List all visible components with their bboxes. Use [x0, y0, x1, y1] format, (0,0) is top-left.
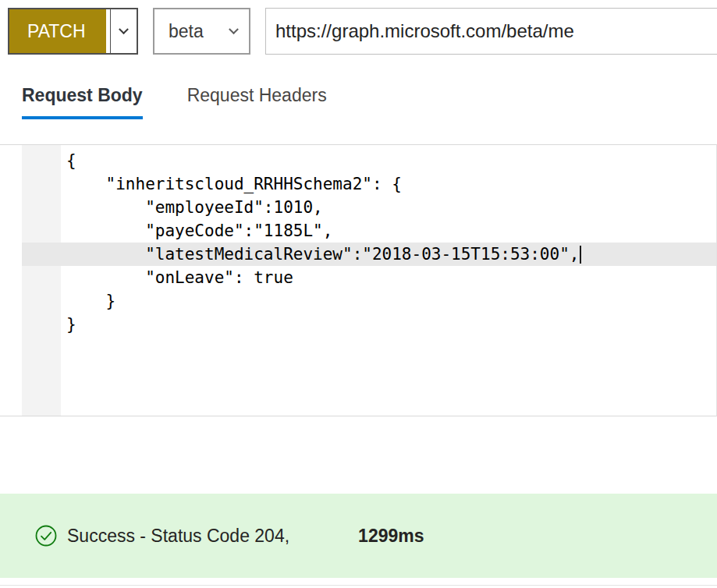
version-label: beta [169, 21, 204, 42]
bottom-divider [0, 585, 717, 586]
status-bar: Success - Status Code 204, 1299ms [0, 494, 717, 578]
code-line[interactable]: { [22, 149, 716, 172]
success-check-icon [34, 524, 58, 547]
status-message: Success - Status Code 204, [67, 526, 289, 547]
tab-request-headers[interactable]: Request Headers [187, 85, 327, 119]
request-toolbar: PATCH beta [8, 8, 717, 55]
version-dropdown[interactable]: beta [153, 8, 250, 55]
code-line[interactable]: "employeeId":1010, [22, 196, 716, 219]
code-line[interactable]: "inheritscloud_RRHHSchema2": { [22, 172, 716, 196]
method-label: PATCH [9, 9, 106, 53]
chevron-down-icon [229, 24, 239, 34]
chevron-down-icon [111, 9, 137, 53]
text-cursor [580, 246, 581, 264]
code-line[interactable]: "payeCode":"1185L", [22, 219, 716, 243]
editor-code-area[interactable]: { "inheritscloud_RRHHSchema2": { "employ… [22, 149, 716, 336]
tab-request-body[interactable]: Request Body [22, 85, 143, 119]
url-input[interactable] [265, 8, 717, 55]
status-duration: 1299ms [358, 526, 424, 547]
request-tabs: Request Body Request Headers [22, 85, 327, 119]
code-line[interactable]: "latestMedicalReview":"2018-03-15T15:53:… [22, 243, 716, 266]
method-dropdown[interactable]: PATCH [8, 8, 138, 55]
code-line[interactable]: "onLeave": true [22, 266, 716, 289]
code-line[interactable]: } [22, 313, 716, 336]
code-line[interactable]: } [22, 289, 716, 313]
request-body-editor[interactable]: { "inheritscloud_RRHHSchema2": { "employ… [0, 144, 717, 416]
